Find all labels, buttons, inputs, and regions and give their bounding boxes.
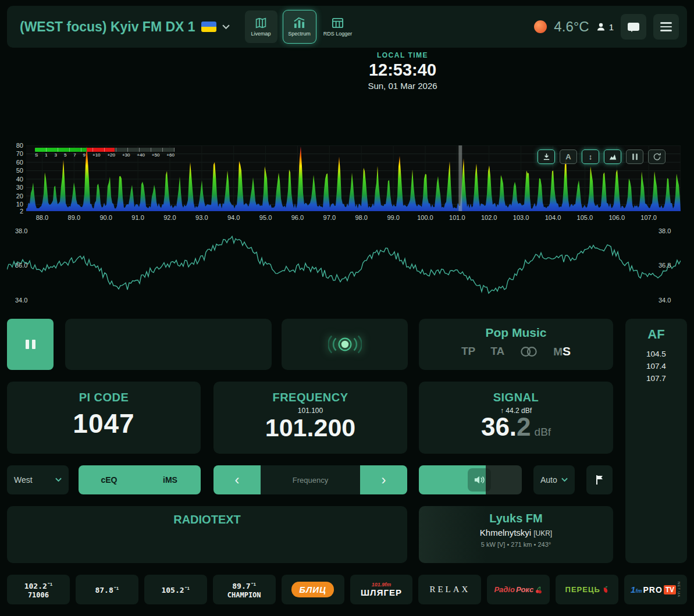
spectrum-x-tick: 104.0 bbox=[541, 214, 564, 221]
chat-button[interactable] bbox=[621, 14, 646, 40]
spectrum-x-tick: 92.0 bbox=[158, 214, 181, 221]
spectrum-x-tick: 88.0 bbox=[30, 214, 54, 221]
ta-flag: TA bbox=[490, 345, 504, 358]
baseline-snap-button[interactable] bbox=[538, 149, 555, 164]
station-preset-tile[interactable]: 89.7”1CHAMPION bbox=[213, 575, 276, 604]
station-presets: 102.2”17100687.8”1105.2”189.7”1CHAMPIONБ… bbox=[7, 575, 687, 604]
spectrum-y-tick: 80 bbox=[7, 142, 23, 149]
preset-frequency: 105.2”1 bbox=[161, 584, 190, 594]
af-frequency[interactable]: 107.7 bbox=[625, 372, 687, 384]
chevron-down-icon[interactable] bbox=[222, 24, 230, 30]
local-time-value: 12:53:40 bbox=[327, 60, 478, 80]
auto-gain-label: A bbox=[565, 152, 571, 161]
eq-toggle-button[interactable]: cEQ bbox=[79, 465, 140, 494]
station-preset-tile[interactable]: 87.8”1 bbox=[76, 575, 138, 604]
ims-toggle-button[interactable]: iMS bbox=[140, 465, 201, 494]
s-meter-bar bbox=[35, 148, 175, 152]
fit-vertical-icon: ↕ bbox=[589, 152, 593, 161]
s-meter-tick: +50 bbox=[152, 152, 160, 158]
spectrum-x-tick: 106.0 bbox=[605, 214, 628, 221]
station-logo: RELAX bbox=[429, 585, 470, 594]
menu-icon bbox=[660, 22, 672, 31]
station-preset-tile[interactable]: БЛИЦ bbox=[282, 575, 344, 604]
tune-up-button[interactable]: › bbox=[360, 465, 407, 494]
station-details: 5 kW [V] • 271 km • 243° bbox=[419, 541, 613, 548]
history-y-tick-left: 34.0 bbox=[15, 297, 27, 304]
spectrum-x-tick: 100.0 bbox=[414, 214, 437, 221]
spectrum-x-tick: 102.0 bbox=[478, 214, 501, 221]
preset-ps: 71006 bbox=[28, 591, 49, 599]
spectrum-x-tick: 105.0 bbox=[573, 214, 596, 221]
header-bar: (WEST focus) Kyiv FM DX 1 Livemap Spectr… bbox=[7, 6, 687, 48]
history-y-tick-right: 36.8 bbox=[659, 262, 671, 269]
chat-icon bbox=[628, 23, 639, 31]
spectrum-y-tick: 70 bbox=[7, 150, 23, 157]
table-icon bbox=[332, 17, 344, 29]
report-flag-button[interactable] bbox=[586, 465, 613, 494]
antenna-select[interactable]: West bbox=[7, 465, 69, 494]
af-frequency[interactable]: 104.5 bbox=[625, 348, 687, 360]
pause-button[interactable] bbox=[626, 149, 643, 164]
station-preset-tile[interactable]: RELAX bbox=[418, 575, 481, 604]
server-title: (WEST focus) Kyiv FM DX 1 bbox=[20, 19, 195, 35]
station-preset-tile[interactable]: 105.2”1 bbox=[144, 575, 207, 604]
station-logo: БЛИЦ bbox=[291, 582, 334, 597]
spectrum-x-tick: 91.0 bbox=[126, 214, 150, 221]
spectrum-button[interactable]: Spectrum bbox=[283, 10, 316, 43]
ps-name-panel bbox=[65, 319, 272, 370]
frequency-value: 101.200 bbox=[213, 414, 407, 442]
preset-ps: CHAMPION bbox=[227, 591, 261, 599]
pty-label: Pop Music bbox=[419, 326, 613, 340]
broadcast-icon bbox=[328, 334, 362, 355]
graph-style-button[interactable] bbox=[604, 149, 621, 164]
preset-frequency: 87.8”1 bbox=[95, 584, 119, 594]
af-title: AF bbox=[625, 327, 687, 342]
listener-count: 1 bbox=[609, 22, 614, 32]
livemap-button[interactable]: Livemap bbox=[245, 10, 277, 43]
s-meter-tick: +60 bbox=[166, 152, 175, 158]
signal-title: SIGNAL bbox=[419, 391, 613, 404]
rds-logger-button[interactable]: RDS Logger bbox=[322, 10, 354, 43]
mute-button[interactable] bbox=[468, 468, 491, 492]
scan-mode-select[interactable]: Auto bbox=[533, 465, 575, 494]
spectrum-x-tick: 93.0 bbox=[190, 214, 213, 221]
preset-flags: ”1 bbox=[114, 586, 119, 591]
spectrum-y-tick: 2 bbox=[7, 208, 23, 215]
chevron-right-icon: › bbox=[382, 473, 386, 487]
radiotext-title: RADIOTEXT bbox=[7, 513, 407, 526]
local-date: Sun, 01 Mar 2026 bbox=[327, 81, 478, 91]
pepper-icon bbox=[602, 586, 609, 594]
spectrum-x-tick: 101.0 bbox=[446, 214, 469, 221]
s-meter-tick: 7 bbox=[73, 152, 76, 158]
chevron-down-icon bbox=[55, 478, 62, 482]
history-y-tick-right: 38.0 bbox=[659, 227, 671, 234]
ukraine-flag-icon bbox=[201, 22, 216, 32]
audio-stop-button[interactable] bbox=[7, 319, 54, 370]
frequency-input[interactable] bbox=[261, 465, 360, 494]
station-preset-tile[interactable]: 1fmPROTVNET.UA bbox=[624, 575, 687, 604]
auto-gain-button[interactable]: A bbox=[560, 149, 577, 164]
volume-slider[interactable] bbox=[419, 465, 522, 494]
spectrum-y-tick: 20 bbox=[7, 193, 23, 200]
station-preset-tile[interactable]: 101.9fmШЛЯГЕР bbox=[350, 575, 413, 604]
antenna-value: West bbox=[14, 475, 33, 485]
s-meter-tick: +10 bbox=[92, 152, 101, 158]
station-logo: ПЕРЕЦЬ bbox=[565, 585, 609, 594]
af-frequency[interactable]: 107.4 bbox=[625, 360, 687, 372]
server-title-group[interactable]: (WEST focus) Kyiv FM DX 1 bbox=[15, 19, 234, 35]
fit-vertical-button[interactable]: ↕ bbox=[582, 149, 599, 164]
station-logo: РадіоРокс bbox=[494, 585, 543, 594]
tune-down-button[interactable]: ‹ bbox=[213, 465, 261, 494]
flag-icon bbox=[595, 475, 604, 485]
station-preset-tile[interactable]: 102.2”171006 bbox=[7, 575, 70, 604]
spectrum-x-tick: 90.0 bbox=[94, 214, 118, 221]
station-preset-tile[interactable]: РадіоРокс bbox=[487, 575, 550, 604]
refresh-button[interactable] bbox=[648, 149, 665, 164]
station-preset-tile[interactable]: ПЕРЕЦЬ bbox=[556, 575, 618, 604]
pi-code-value: 1047 bbox=[7, 408, 201, 439]
history-y-tick-left: 38.0 bbox=[15, 227, 27, 234]
rds-flags-panel: Pop Music TP TA MS bbox=[419, 319, 613, 370]
scan-mode-value: Auto bbox=[540, 475, 557, 485]
menu-button[interactable] bbox=[653, 14, 679, 40]
pause-icon bbox=[632, 154, 638, 160]
